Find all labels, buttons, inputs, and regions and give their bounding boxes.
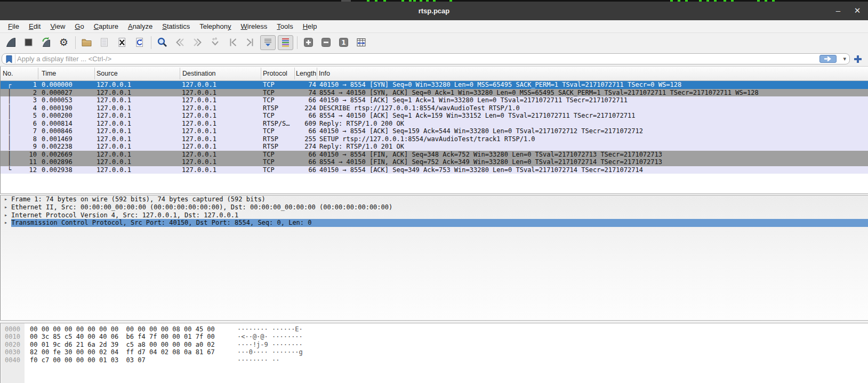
go-forward-icon[interactable] xyxy=(190,35,205,50)
hex-offset: 0010 xyxy=(5,333,20,340)
column-separator[interactable] xyxy=(317,68,317,79)
hex-ascii: ····!j-9 ········ xyxy=(237,341,303,348)
column-header-info[interactable]: Info xyxy=(319,67,330,81)
add-filter-button-icon[interactable] xyxy=(853,54,863,64)
cell-src: 127.0.0.1 xyxy=(97,81,178,89)
bookmark-icon[interactable] xyxy=(5,55,13,63)
cell-len: 66 xyxy=(287,96,316,104)
zoom-out-icon[interactable] xyxy=(318,35,334,50)
packet-row-12[interactable]: └120.002938127.0.0.1127.0.0.1TCP6640150 … xyxy=(1,166,868,174)
resize-columns-icon[interactable] xyxy=(353,35,369,50)
hex-ascii: ········ ······E· xyxy=(237,325,303,333)
detail-row-0[interactable]: ▸Frame 1: 74 bytes on wire (592 bits), 7… xyxy=(1,195,868,203)
filter-dropdown-caret[interactable]: ▾ xyxy=(843,54,846,63)
file-close-icon[interactable] xyxy=(114,35,130,50)
file-save-icon[interactable] xyxy=(97,35,112,50)
cell-no: 10 xyxy=(1,151,37,159)
cell-dst: 127.0.0.1 xyxy=(182,135,261,143)
packet-row-11[interactable]: │110.002896127.0.0.1127.0.0.1TCP668554 →… xyxy=(1,158,868,166)
menu-capture[interactable]: Capture xyxy=(89,20,123,32)
go-to-packet-icon[interactable] xyxy=(207,35,223,50)
cell-dst: 127.0.0.1 xyxy=(182,151,261,159)
file-reload-icon[interactable] xyxy=(132,35,147,50)
hex-row-0030[interactable]: 003082 00 fe 30 00 00 02 04 ff d7 04 02 … xyxy=(1,348,868,356)
packet-row-7[interactable]: │70.000846127.0.0.1127.0.0.1TCP6640150 →… xyxy=(1,127,868,135)
cell-len: 66 xyxy=(287,166,316,174)
menu-telephony[interactable]: Telephony xyxy=(195,20,236,32)
packet-row-3[interactable]: │30.000053127.0.0.1127.0.0.1TCP6640150 →… xyxy=(1,96,868,104)
column-header-destination[interactable]: Destination xyxy=(182,67,216,81)
menu-statistics[interactable]: Statistics xyxy=(157,20,195,32)
zoom-in-icon[interactable] xyxy=(301,35,316,50)
hex-row-0040[interactable]: 0040f0 c7 00 00 00 00 01 03 03 07·······… xyxy=(1,356,868,364)
column-separator[interactable] xyxy=(94,68,95,79)
menu-view[interactable]: View xyxy=(45,20,70,32)
colorize-icon[interactable] xyxy=(278,35,293,50)
column-header-no[interactable]: No. xyxy=(3,67,13,81)
minimize-button[interactable]: – xyxy=(831,2,846,20)
cell-no: 9 xyxy=(1,143,37,151)
hex-row-0000[interactable]: 000000 00 00 00 00 00 00 00 00 00 00 00 … xyxy=(1,325,868,333)
hex-ascii: ········ ·· xyxy=(237,356,279,364)
cell-src: 127.0.0.1 xyxy=(97,104,178,112)
hex-bytes: 00 00 00 00 00 00 00 00 00 00 00 00 08 0… xyxy=(30,325,215,333)
capture-options-icon[interactable]: ⚙ xyxy=(56,35,71,50)
apply-filter-button[interactable] xyxy=(819,55,837,63)
close-button[interactable]: ✕ xyxy=(850,2,865,20)
detail-row-3[interactable]: ▸Transmission Control Protocol, Src Port… xyxy=(1,219,868,227)
expander-icon[interactable]: ▸ xyxy=(1,195,11,203)
cell-len: 74 xyxy=(287,89,316,97)
packet-row-5[interactable]: │50.000200127.0.0.1127.0.0.1TCP668554 → … xyxy=(1,112,868,120)
column-header-length[interactable]: Length xyxy=(296,67,316,81)
find-packet-icon[interactable] xyxy=(155,35,170,50)
menu-analyze[interactable]: Analyze xyxy=(123,20,157,32)
packet-row-10[interactable]: │100.002669127.0.0.1127.0.0.1TCP6640150 … xyxy=(1,151,868,159)
packet-row-6[interactable]: │60.000814127.0.0.1127.0.0.1RTSP/S…609Re… xyxy=(1,120,868,128)
menu-help[interactable]: Help xyxy=(298,20,322,32)
packet-row-1[interactable]: ┌10.000000127.0.0.1127.0.0.1TCP7440150 →… xyxy=(1,81,868,89)
column-separator[interactable] xyxy=(38,68,38,79)
detail-text: Frame 1: 74 bytes on wire (592 bits), 74… xyxy=(11,195,868,203)
cell-info: SETUP rtsp://127.0.0.1:8554/wavAudioTest… xyxy=(319,135,868,143)
column-separator[interactable] xyxy=(294,68,295,79)
column-separator[interactable] xyxy=(180,68,180,79)
cell-info: 8554 → 40150 [FIN, ACK] Seq=752 Ack=349 … xyxy=(319,158,868,166)
capture-restart-icon[interactable] xyxy=(38,35,54,50)
go-last-icon[interactable] xyxy=(243,35,258,50)
go-back-icon[interactable] xyxy=(172,35,188,50)
auto-scroll-icon[interactable] xyxy=(260,35,276,50)
packet-row-2[interactable]: │20.000027127.0.0.1127.0.0.1TCP748554 → … xyxy=(1,89,868,97)
menu-wireless[interactable]: Wireless xyxy=(236,20,272,32)
cell-len: 224 xyxy=(287,104,316,112)
menu-go[interactable]: Go xyxy=(70,20,89,32)
packet-row-4[interactable]: │40.000190127.0.0.1127.0.0.1RTSP224DESCR… xyxy=(1,104,868,112)
column-header-protocol[interactable]: Protocol xyxy=(263,67,287,81)
column-header-time[interactable]: Time xyxy=(42,67,56,81)
capture-start-icon[interactable] xyxy=(3,35,19,50)
expander-icon[interactable]: ▸ xyxy=(1,211,11,219)
packet-bytes-pane: 000000 00 00 00 00 00 00 00 00 00 00 00 … xyxy=(0,323,868,383)
packet-row-9[interactable]: │90.002238127.0.0.1127.0.0.1RTSP274Reply… xyxy=(1,143,868,151)
file-open-icon[interactable] xyxy=(79,35,94,50)
display-filter-input[interactable] xyxy=(17,54,779,64)
menu-tools[interactable]: Tools xyxy=(272,20,298,32)
packet-row-8[interactable]: │80.001469127.0.0.1127.0.0.1RTSP255SETUP… xyxy=(1,135,868,143)
detail-row-1[interactable]: ▸Ethernet II, Src: 00:00:00_00:00:00 (00… xyxy=(1,203,868,211)
capture-stop-icon[interactable] xyxy=(21,35,36,50)
display-filter-field[interactable]: ▾ xyxy=(2,53,850,64)
hex-row-0020[interactable]: 002000 01 9c d6 21 6a 2d 39 c5 a8 00 00 … xyxy=(1,341,868,348)
cell-info: 8554 → 40150 [ACK] Seq=1 Ack=159 Win=331… xyxy=(319,112,868,120)
cell-info: 40150 → 8554 [FIN, ACK] Seq=348 Ack=752 … xyxy=(319,151,868,159)
expander-icon[interactable]: ▸ xyxy=(1,203,11,211)
menu-edit[interactable]: Edit xyxy=(24,20,45,32)
toolbar-separator xyxy=(297,36,298,49)
menu-file[interactable]: File xyxy=(3,20,24,32)
detail-row-2[interactable]: ▸Internet Protocol Version 4, Src: 127.0… xyxy=(1,211,868,219)
column-header-source[interactable]: Source xyxy=(97,67,118,81)
go-first-icon[interactable] xyxy=(225,35,240,50)
hex-row-0010[interactable]: 001000 3c 85 c5 40 00 40 06 b6 f4 7f 00 … xyxy=(1,333,868,340)
column-separator[interactable] xyxy=(261,68,261,79)
expander-icon[interactable]: ▸ xyxy=(1,219,11,227)
zoom-100-icon[interactable]: 1 xyxy=(336,35,351,50)
title-bar: rtsp.pcap – ✕ xyxy=(0,2,868,20)
